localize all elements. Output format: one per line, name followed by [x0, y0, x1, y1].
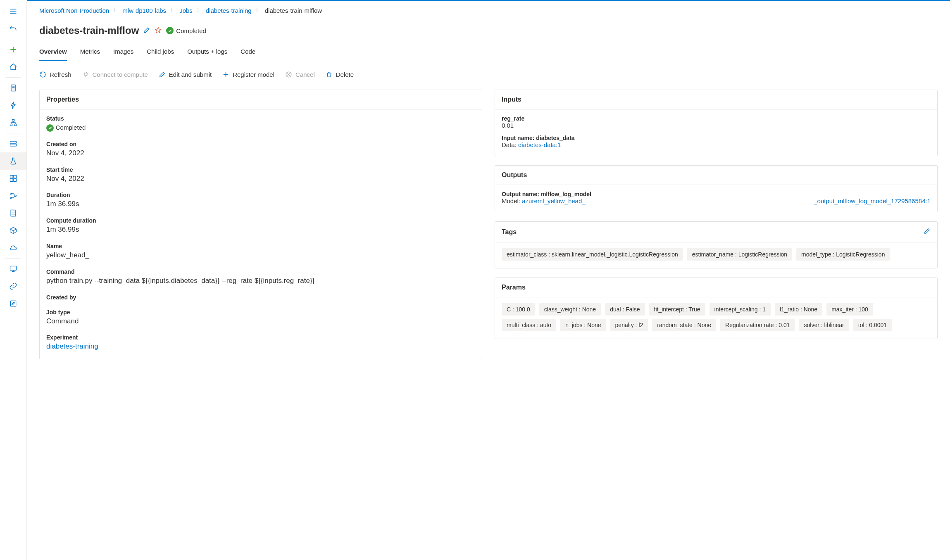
data-icon	[9, 140, 17, 148]
monitor-icon	[9, 265, 17, 273]
svg-rect-14	[10, 176, 13, 178]
pipelines-button[interactable]	[0, 187, 26, 204]
delete-button[interactable]: Delete	[326, 71, 354, 78]
left-rail	[0, 0, 27, 560]
tag-chip[interactable]: estimator_name : LogisticRegression	[687, 248, 792, 261]
tab-outputs-logs[interactable]: Outputs + logs	[187, 48, 227, 61]
hamburger-icon	[9, 7, 17, 15]
tags-card: Tags estimator_class : sklearn.linear_mo…	[495, 221, 938, 268]
trash-icon	[326, 71, 333, 78]
param-chip[interactable]: solver : liblinear	[799, 319, 849, 331]
components-icon	[9, 174, 17, 183]
tab-child-jobs[interactable]: Child jobs	[147, 48, 174, 61]
svg-rect-9	[12, 120, 14, 121]
job-type-value: Command	[46, 316, 475, 326]
status-text: Completed	[176, 27, 206, 34]
notebook-icon	[9, 84, 17, 92]
svg-rect-11	[14, 124, 17, 126]
param-chip[interactable]: dual : False	[605, 303, 645, 316]
model-link[interactable]: azureml_yellow_head_	[522, 197, 585, 204]
command-value: python train.py --training_data ${{input…	[46, 276, 475, 286]
connect-compute-button: Connect to compute	[82, 71, 148, 78]
refresh-button[interactable]: Refresh	[39, 71, 71, 78]
tag-chip[interactable]: model_type : LogisticRegression	[796, 248, 890, 261]
undo-arrow-icon	[9, 24, 17, 33]
param-chip[interactable]: intercept_scaling : 1	[710, 303, 771, 316]
automl-button[interactable]	[0, 97, 26, 114]
tab-images[interactable]: Images	[113, 48, 133, 61]
breadcrumb: Microsoft Non-Production 〉 mlw-dp100-lab…	[39, 1, 938, 19]
page-title: diabetes-train-mlflow	[39, 25, 139, 36]
breadcrumb-link[interactable]: Jobs	[179, 7, 193, 14]
notebooks-button[interactable]	[0, 79, 26, 97]
input-data-link[interactable]: diabetes-data:1	[518, 141, 561, 148]
command-label: Command	[46, 268, 475, 275]
start-time-value: Nov 4, 2022	[46, 174, 475, 184]
properties-header: Properties	[40, 90, 482, 109]
home-button[interactable]	[0, 58, 26, 76]
environments-button[interactable]	[0, 204, 26, 222]
compute-button[interactable]	[0, 260, 26, 278]
home-icon	[9, 63, 17, 71]
favorite-button[interactable]	[155, 26, 162, 35]
action-bar: Refresh Connect to compute Edit and subm…	[39, 61, 938, 90]
edit-title-button[interactable]	[143, 26, 150, 35]
outputs-card: Outputs Output name: mlflow_log_model Mo…	[495, 165, 938, 212]
breadcrumb-link[interactable]: mlw-dp100-labs	[122, 7, 166, 14]
inputs-card: Inputs reg_rate 0.01 Input name: diabete…	[495, 90, 938, 156]
param-chip[interactable]: max_iter : 100	[826, 303, 873, 316]
status-value: Completed	[56, 124, 86, 131]
param-chip[interactable]: fit_intercept : True	[649, 303, 705, 316]
tab-metrics[interactable]: Metrics	[80, 48, 100, 61]
cancel-circle-icon	[285, 71, 292, 78]
breadcrumb-link[interactable]: diabetes-training	[206, 7, 252, 14]
pencil-icon	[924, 228, 931, 235]
tab-code[interactable]: Code	[240, 48, 255, 61]
components-button[interactable]	[0, 170, 26, 187]
tag-chip[interactable]: estimator_class : sklearn.linear_model._…	[502, 248, 683, 261]
status-label: Status	[46, 115, 475, 122]
back-button[interactable]	[0, 20, 26, 37]
cube-icon	[9, 226, 17, 235]
chevron-right-icon: 〉	[170, 7, 175, 14]
plug-icon	[82, 71, 89, 78]
menu-button[interactable]	[0, 2, 26, 20]
edit-tags-button[interactable]	[924, 228, 931, 236]
param-chip[interactable]: random_state : None	[652, 319, 716, 331]
param-chip[interactable]: l1_ratio : None	[775, 303, 822, 316]
breadcrumb-link[interactable]: Microsoft Non-Production	[39, 7, 109, 14]
param-chip[interactable]: tol : 0.0001	[853, 319, 892, 331]
register-model-button[interactable]: Register model	[222, 71, 274, 78]
svg-rect-5	[11, 85, 16, 91]
chevron-right-icon: 〉	[197, 7, 202, 14]
data-button[interactable]	[0, 135, 26, 152]
edit-square-icon	[9, 299, 17, 308]
start-time-label: Start time	[46, 166, 475, 173]
linked-button[interactable]	[0, 278, 26, 295]
compute-duration-label: Compute duration	[46, 217, 475, 224]
lightning-gear-icon	[9, 101, 17, 109]
models-button[interactable]	[0, 222, 26, 239]
model-link-tail[interactable]: _output_mlflow_log_model_1729586584:1	[814, 197, 931, 204]
designer-button[interactable]	[0, 114, 26, 131]
param-chip[interactable]: penalty : l2	[610, 319, 648, 331]
param-chip[interactable]: C : 100.0	[502, 303, 535, 316]
jobs-button[interactable]	[0, 152, 26, 170]
reg-rate-value: 0.01	[502, 122, 931, 129]
param-chip[interactable]: Regularization rate : 0.01	[720, 319, 795, 331]
param-chip[interactable]: class_weight : None	[539, 303, 601, 316]
param-chip[interactable]: n_jobs : None	[560, 319, 606, 331]
params-card: Params C : 100.0class_weight : Nonedual …	[495, 278, 938, 339]
experiment-link[interactable]: diabetes-training	[46, 342, 98, 350]
cloud-icon	[9, 244, 17, 252]
tab-overview[interactable]: Overview	[39, 48, 67, 61]
labeling-button[interactable]	[0, 295, 26, 312]
outputs-header: Outputs	[495, 166, 937, 185]
inputs-header: Inputs	[495, 90, 937, 109]
endpoints-button[interactable]	[0, 239, 26, 256]
duration-value: 1m 36.99s	[46, 199, 475, 209]
tags-header: Tags	[502, 228, 517, 236]
param-chip[interactable]: multi_class : auto	[502, 319, 556, 331]
edit-submit-button[interactable]: Edit and submit	[159, 71, 212, 78]
new-button[interactable]	[0, 41, 26, 58]
